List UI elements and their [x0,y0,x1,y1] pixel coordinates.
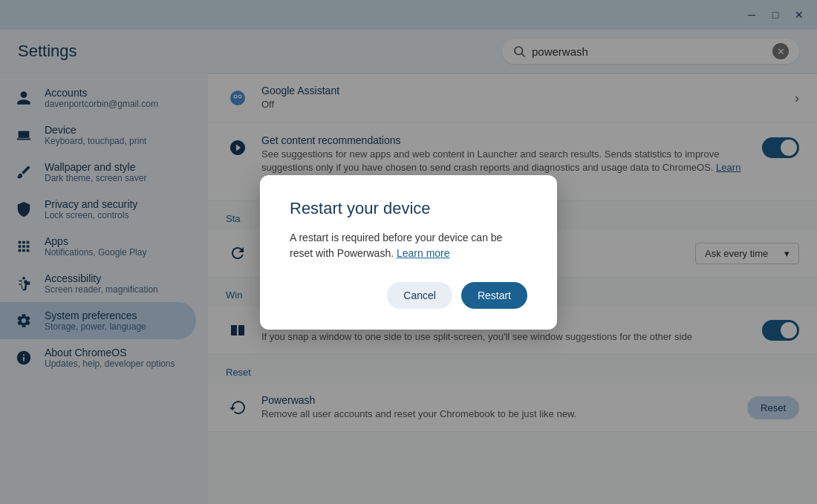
cancel-button[interactable]: Cancel [387,282,452,309]
modal-title: Restart your device [290,199,527,218]
restart-modal: Restart your device A restart is require… [260,175,557,330]
modal-body: A restart is required before your device… [290,230,527,261]
restart-button[interactable]: Restart [461,282,527,309]
modal-learn-more[interactable]: Learn more [397,247,450,259]
modal-actions: Cancel Restart [290,282,527,309]
modal-overlay: Restart your device A restart is require… [0,0,817,504]
